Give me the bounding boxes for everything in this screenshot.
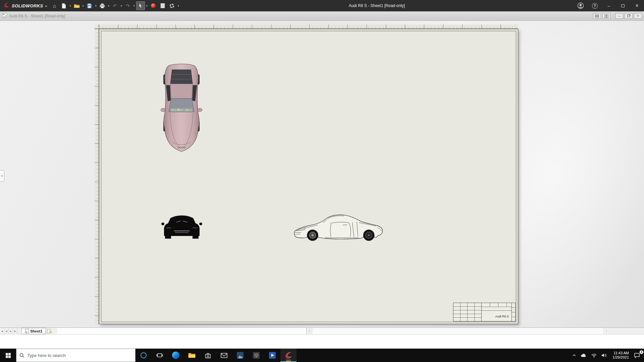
drawing-document-icon [2,13,7,19]
cloud-tray-button[interactable] [578,349,589,362]
tile-horizontal-icon [595,14,599,18]
horizontal-scrollbar[interactable]: ‹ › [307,328,609,334]
scroll-left-button[interactable]: ‹ [307,328,312,334]
cube-app-button[interactable] [248,349,264,362]
save-icon [87,3,92,8]
undo-dropdown[interactable]: ▾ [120,4,123,7]
brand-name: SOLIDWORKS [12,3,43,8]
first-sheet-button[interactable]: ◀ [0,328,4,334]
save-button[interactable] [85,1,94,10]
title-block-main: Audi R8 S [482,303,512,321]
solidworks-year-label: 2021 [280,359,297,362]
account-button[interactable] [574,0,588,11]
doc-close-button[interactable]: × [634,13,642,19]
title-block: Audi R8 S [453,303,516,321]
3dexperience-button[interactable] [149,1,158,10]
print-button[interactable] [98,1,107,10]
doc-restore-button[interactable] [625,13,633,19]
solidworks-taskbar-button[interactable]: 2021 [280,349,297,362]
brand-expand-icon[interactable]: ▸ [46,4,47,8]
sheet-format-button[interactable] [158,1,167,10]
scrollbar-track[interactable] [312,328,604,334]
drawing-sheet[interactable]: Audi R8 S [99,29,518,324]
volume-tray-button[interactable] [599,349,610,362]
clock-time: 11:43 AM [612,351,629,355]
undo-button[interactable]: ↶ [111,1,119,10]
open-dropdown[interactable]: ▾ [82,4,85,7]
cortana-icon [140,352,147,359]
maximize-button[interactable] [616,0,630,11]
help-button[interactable]: ? [588,0,602,11]
solidworks-icon [284,351,292,359]
tile-horizontal-button[interactable] [593,13,601,19]
doc-close-icon: × [637,14,639,18]
file-explorer-icon [188,352,196,358]
photos-button[interactable] [232,349,248,362]
clock-date: 1/29/2021 [612,355,629,360]
network-tray-button[interactable] [589,349,599,362]
select-tool-button[interactable] [136,1,145,10]
solidworks-logo-icon [3,2,10,10]
media-app-button[interactable] [264,349,280,362]
mail-button[interactable] [216,349,232,362]
scroll-right-button[interactable]: › [604,328,609,334]
drawing-view-side[interactable] [291,213,385,241]
drawing-view-top[interactable] [161,63,202,153]
options-button[interactable] [168,1,176,10]
action-center-button[interactable]: 2 [632,349,644,362]
file-explorer-button[interactable] [184,349,200,362]
minimize-button[interactable]: – [602,0,616,11]
media-icon [269,352,276,359]
search-input[interactable] [27,353,132,358]
solidworks-brand[interactable]: SOLIDWORKS ▸ [0,2,50,10]
edge-button[interactable] [168,349,184,362]
last-sheet-button[interactable]: ▶ [13,328,17,334]
taskbar-search[interactable] [16,349,136,362]
tile-vertical-icon [604,14,608,18]
task-view-button[interactable] [152,349,168,362]
edge-icon [172,352,179,359]
close-button[interactable]: × [630,0,644,11]
account-icon [577,2,584,9]
new-dropdown[interactable]: ▾ [69,4,72,7]
save-dropdown[interactable]: ▾ [94,4,98,7]
status-bar [0,334,644,349]
redo-button[interactable]: ↷ [123,1,132,10]
home-button[interactable]: ⌂ [50,1,59,10]
tile-vertical-button[interactable] [602,13,610,19]
add-sheet-button[interactable] [46,328,53,334]
doc-minimize-button[interactable]: – [615,13,623,19]
taskbar-clock[interactable]: 11:43 AM 1/29/2021 [610,351,632,360]
add-sheet-icon [47,329,52,334]
photos-icon [237,352,244,359]
print-dropdown[interactable]: ▾ [107,4,110,7]
task-view-icon [156,352,163,359]
title-block-part-name: Audi R8 S [495,315,509,318]
redo-dropdown[interactable]: ▾ [132,4,136,7]
drawing-viewport: Audi R8 S [95,24,518,324]
sheet-icon [25,329,29,333]
doc-minimize-icon: – [618,14,620,18]
next-sheet-button[interactable]: ▶ [9,328,13,334]
store-button[interactable] [200,349,216,362]
window-controls: ? – × [574,0,644,11]
sheet-navigation: ◀ ◀ ▶ ▶ [0,328,17,334]
collapsed-panel-handle[interactable] [0,170,4,182]
select-dropdown[interactable]: ▾ [145,4,149,7]
options-dropdown[interactable]: ▾ [177,4,180,7]
hidden-icons-button[interactable] [570,349,578,362]
open-button[interactable] [72,1,81,10]
quick-access-toolbar: ⌂ ▾ ▾ ▾ ▾ ↶ ▾ ↷ ▾ ▾ [50,1,180,10]
home-icon: ⌂ [53,3,56,8]
scrollbar-thumb[interactable] [57,328,307,334]
start-button[interactable] [0,349,16,362]
window-title: Audi R8 S - Sheet1 [Read-only] [180,3,574,8]
horizontal-ruler [99,24,518,29]
new-document-button[interactable] [60,1,68,10]
previous-sheet-button[interactable]: ◀ [4,328,9,334]
tab-sheet1[interactable]: Sheet1 [21,328,46,334]
drawing-view-front[interactable] [161,213,202,240]
graphics-area[interactable]: Audi R8 S [0,21,644,327]
windows-taskbar: 2021 11:43 AM 1/29/2021 2 [0,349,644,362]
cortana-button[interactable] [136,349,152,362]
